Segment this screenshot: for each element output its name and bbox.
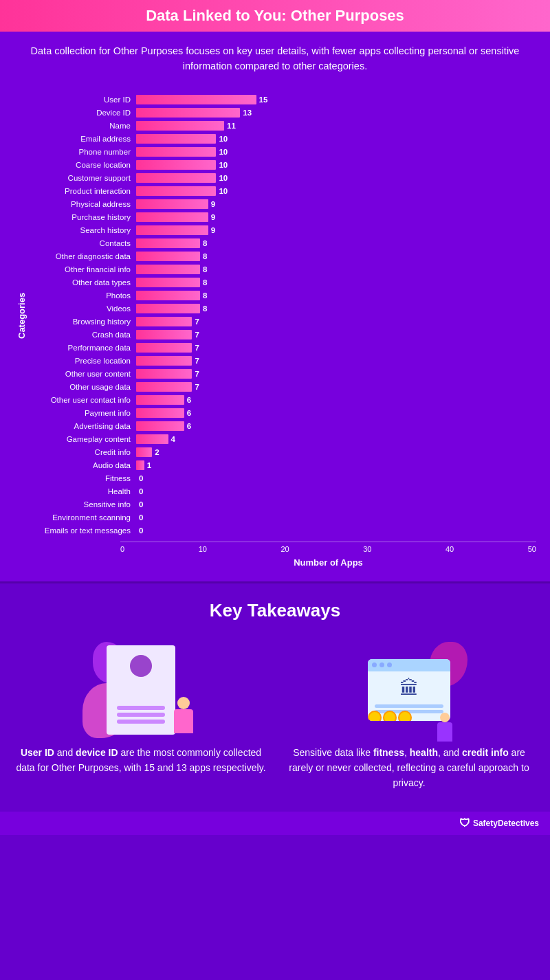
bar-area: 0 [136,513,536,522]
bar-label: Gameplay content [30,435,136,443]
doc-lines [117,703,165,726]
bar-fill [136,369,192,379]
coins-group [368,711,412,721]
bar-area: 0 [136,500,536,509]
bar-value-label: 7 [195,383,199,391]
bar-area: 7 [136,369,536,379]
bar-area: 7 [136,356,536,366]
doc-avatar [130,655,152,677]
bar-area: 6 [136,395,536,405]
person-figure-2 [437,713,452,742]
bar-value-label: 6 [187,422,191,430]
bar-area: 10 [136,173,536,183]
doc-line [117,720,165,724]
bar-fill [136,238,200,248]
person-figure [171,697,196,745]
bar-area: 6 [136,421,536,431]
footer: 🛡 SafetyDetectives [0,812,550,835]
browser-dot [387,662,392,667]
bar-row: Fitness0 [30,474,536,483]
bar-fill [136,160,216,170]
bar-label: Other diagnostic data [30,252,136,260]
bar-row: Environment scanning0 [30,513,536,522]
bar-fill [136,134,216,144]
bar-row: Product interaction10 [30,186,536,196]
bar-label: Other user contact info [30,396,136,404]
bar-fill [136,382,192,392]
bar-row: Health0 [30,487,536,496]
bar-row: Other diagnostic data8 [30,252,536,261]
x-tick-label: 20 [280,545,289,553]
x-axis: 01020304050 [14,542,536,553]
page-header: Data Linked to You: Other Purposes [0,0,550,32]
bar-fill [136,252,200,261]
chart-inner: User ID15Device ID13Name11Email address1… [30,93,536,537]
bar-label: Search history [30,226,136,234]
bar-area: 6 [136,408,536,418]
person-head-2 [440,713,450,722]
y-axis-label: Categories [14,93,30,537]
bar-value-label: 1 [147,461,151,469]
bar-area: 4 [136,434,536,444]
bar-row: Gameplay content4 [30,434,536,444]
person-body [174,709,193,733]
bar-value-label: 2 [155,448,159,456]
bar-row: Performance data7 [30,343,536,353]
bar-value-label: 8 [203,265,207,274]
bar-label: Precise location [30,357,136,365]
x-tick-label: 10 [199,545,207,553]
bar-label: Browsing history [30,318,136,326]
bar-row: Purchase history9 [30,212,536,222]
bar-label: Performance data [30,344,136,352]
page-title: Data Linked to You: Other Purposes [14,7,536,25]
bar-row: Other financial info8 [30,265,536,274]
bar-row: Name11 [30,121,536,131]
bar-value-label: 9 [211,226,215,234]
browser-dot [372,662,377,667]
bar-row: Other data types8 [30,278,536,287]
bar-row: Search history9 [30,225,536,235]
bar-value-label: 7 [195,357,199,365]
bar-area: 8 [136,291,536,300]
bar-area: 10 [136,134,536,144]
bar-label: Advertising data [30,422,136,430]
bar-value-label: 10 [219,161,228,169]
bar-row: Customer support10 [30,173,536,183]
bar-label: Crash data [30,331,136,339]
bar-label: Physical address [30,200,136,208]
bar-value-label: 8 [203,291,207,300]
coin [383,711,397,721]
coin [398,711,412,721]
browser-dot [380,662,384,667]
bar-fill [136,265,200,274]
bar-value-label: 11 [227,122,236,130]
bar-area: 9 [136,199,536,209]
bar-area: 13 [136,108,536,118]
x-tick-label: 40 [446,545,454,553]
bar-row: Email address10 [30,134,536,144]
brand-name: SafetyDetectives [473,818,539,828]
bar-fill [136,173,216,183]
bar-area: 10 [136,147,536,157]
x-tick-label: 0 [120,545,124,553]
bar-label: Other financial info [30,265,136,274]
bar-area: 0 [136,487,536,496]
bar-area: 8 [136,304,536,313]
bar-row: Advertising data6 [30,421,536,431]
bar-value-label: 0 [139,474,143,482]
bar-row: Videos8 [30,304,536,313]
chart-container: Categories User ID15Device ID13Name11Ema… [14,93,536,537]
bar-value-label: 0 [139,526,143,535]
bar-label: Sensitive info [30,500,136,509]
bar-fill [136,343,192,353]
bar-value-label: 10 [219,174,228,182]
bar-value-label: 10 [219,187,228,195]
bank-icon: 🏛 [368,671,450,700]
bar-area: 15 [136,95,536,104]
bar-label: Device ID [30,109,136,117]
bar-fill [136,278,200,287]
bar-label: Health [30,487,136,495]
bar-fill [136,447,152,457]
bar-fill [136,186,216,196]
bar-fill [136,304,200,313]
